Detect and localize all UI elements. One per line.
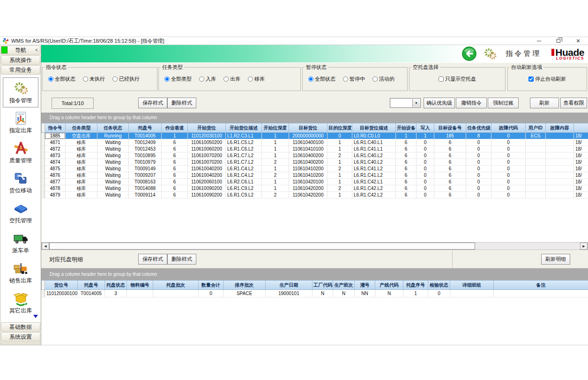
horizontal-scrollbar[interactable]: [41, 242, 588, 250]
table-row[interactable]: 4874移库WaitingT00109796110610070200L6.R1.…: [42, 159, 588, 166]
column-header[interactable]: 目标货位: [289, 123, 327, 133]
radio-input[interactable]: [48, 76, 53, 82]
sidebar-item-pallet[interactable]: 空托管理: [3, 198, 38, 228]
table-row[interactable]: 4871移库WaitingT00124096110610050200L6.R1.…: [42, 139, 588, 146]
filter-option[interactable]: 活动的: [372, 76, 394, 83]
column-header[interactable]: 灌号: [355, 281, 375, 290]
column-header[interactable]: 目标货位描述: [352, 123, 396, 133]
chevron-down-icon[interactable]: [412, 99, 420, 107]
scroll-right-icon[interactable]: [580, 243, 588, 250]
restore-icon[interactable]: [551, 38, 566, 45]
close-icon[interactable]: [571, 38, 585, 45]
filter-option[interactable]: 只显示空托盘: [439, 76, 476, 83]
column-header[interactable]: 作业巷道: [162, 123, 188, 133]
table-row[interactable]: 4872移库WaitingT00124536110610060200L6.R1.…: [42, 146, 588, 152]
refresh-button[interactable]: 刷新: [530, 98, 559, 108]
table-row[interactable]: 4876移库WaitingT00092076110610040200L6.R1.…: [42, 172, 588, 179]
column-header[interactable]: 托盘号: [129, 123, 162, 133]
column-header[interactable]: 生产日期: [266, 281, 313, 290]
detail-delete-style-button[interactable]: 删除样式: [167, 254, 196, 265]
filter-option[interactable]: 全部类型: [164, 76, 192, 83]
column-header[interactable]: 目的位深度: [327, 123, 352, 133]
priority-combobox[interactable]: [390, 98, 421, 108]
confirm-priority-button[interactable]: 确认优先级: [424, 98, 455, 108]
column-header[interactable]: 工厂代码: [313, 281, 333, 290]
force-post-button[interactable]: 强制过账: [488, 98, 519, 108]
column-header[interactable]: 开始位深度: [262, 123, 289, 133]
sidebar-item-location-move[interactable]: 货位移动: [3, 167, 38, 198]
detail-save-style-button[interactable]: 保存样式: [138, 254, 167, 265]
column-header[interactable]: 任务状态: [97, 123, 129, 133]
radio-input[interactable]: [248, 76, 253, 82]
checkbox-input[interactable]: [439, 76, 444, 82]
table-row[interactable]: 4875移库WaitingT00091496110610040200L6.R1.…: [42, 166, 588, 172]
filter-option[interactable]: 移库: [248, 76, 265, 83]
view-permission-button[interactable]: 查看权限: [560, 98, 587, 108]
column-header[interactable]: 生产班次: [333, 281, 355, 290]
scrollbar-thumb[interactable]: [49, 243, 475, 250]
column-header[interactable]: 详细班组: [450, 281, 494, 290]
filter-option[interactable]: 全部状态: [48, 76, 75, 83]
column-header[interactable]: 托盘状态: [105, 281, 127, 290]
sidebar-item-forklift[interactable]: 销售出库: [3, 258, 38, 288]
detail-group-by-hint-bar[interactable]: Drag a column header here to group by th…: [41, 268, 588, 280]
column-header[interactable]: 物料编号: [127, 281, 153, 290]
column-header[interactable]: 开始设备: [396, 123, 417, 133]
table-row[interactable]: 1885空盘出库RunningT00140051110120030100L1.R…: [42, 133, 588, 139]
table-row[interactable]: 4879移库WaitingT00091146110610090200L6.R1.…: [42, 192, 588, 198]
table-row[interactable]: 4878移库WaitingT00140886110610090200L6.R1.…: [42, 185, 588, 192]
column-header[interactable]: 托盘批次: [153, 281, 199, 290]
radio-input[interactable]: [308, 76, 313, 82]
group-by-hint-bar[interactable]: Drag a column header here to group by th…: [41, 113, 588, 123]
column-header[interactable]: 备注: [494, 281, 588, 290]
column-header[interactable]: 指令号: [45, 123, 66, 133]
scroll-left-icon[interactable]: [42, 243, 49, 250]
column-header[interactable]: 故障代码: [491, 123, 526, 133]
filter-option[interactable]: 未执行: [83, 76, 105, 83]
radio-input[interactable]: [164, 76, 170, 82]
table-row[interactable]: 4873移库WaitingT00108956110610070200L6.R1.…: [42, 152, 588, 159]
table-row[interactable]: 4877移库WaitingT00081636110620060100L6.R2.…: [42, 179, 588, 185]
column-header[interactable]: 排序批次: [223, 281, 266, 290]
filter-option[interactable]: 已经执行: [112, 76, 140, 83]
sidebar-item-report[interactable]: 指定出库: [3, 107, 38, 137]
column-header[interactable]: [574, 123, 588, 133]
column-header[interactable]: 故障内容: [546, 123, 574, 133]
collapse-icon[interactable]: <: [35, 46, 38, 54]
column-header[interactable]: 开始货位描述: [226, 123, 262, 133]
radio-input[interactable]: [199, 76, 204, 82]
refresh-detail-button[interactable]: 刷新明细: [541, 254, 570, 265]
radio-input[interactable]: [343, 76, 348, 82]
filter-option[interactable]: 入库: [199, 76, 216, 83]
minimize-icon[interactable]: [532, 38, 546, 45]
back-button[interactable]: [462, 46, 476, 61]
sidebar-item-outbound-box[interactable]: 其它出库: [3, 288, 38, 318]
column-header[interactable]: 货位号: [45, 281, 78, 290]
sidebar-section-common-business[interactable]: 常用业务: [1, 65, 40, 75]
sidebar-section-partial[interactable]: [1, 342, 40, 344]
column-header[interactable]: 写入: [417, 123, 434, 133]
column-header[interactable]: 托盘号: [78, 281, 105, 290]
cancel-command-button[interactable]: 撤销指令: [456, 98, 487, 108]
filter-option[interactable]: 全部状态: [308, 76, 335, 83]
radio-input[interactable]: [223, 76, 229, 82]
column-header[interactable]: 数量合计: [199, 281, 223, 290]
filter-option[interactable]: 停止自动刷新: [528, 76, 566, 83]
radio-input[interactable]: [83, 76, 88, 82]
column-header[interactable]: 产线代码: [375, 281, 403, 290]
delete-style-button[interactable]: 删除样式: [167, 98, 196, 108]
sidebar-item-gears[interactable]: 指令管理: [3, 77, 38, 107]
filter-option[interactable]: 出库: [223, 76, 240, 83]
more-items-icon[interactable]: [33, 315, 38, 320]
sidebar-section-base-data[interactable]: 基础数据: [1, 322, 40, 332]
column-header[interactable]: 用户ID: [526, 123, 546, 133]
save-style-button[interactable]: 保存样式: [138, 98, 167, 108]
table-row[interactable]: 110120030100T001400530SPACE19000101NNNNN…: [42, 290, 588, 297]
filter-option[interactable]: 暂停中: [343, 76, 365, 83]
column-header[interactable]: 检验状态: [428, 281, 450, 290]
column-header[interactable]: 开始货位: [188, 123, 226, 133]
sidebar-item-truck[interactable]: 派车单: [3, 228, 38, 258]
sidebar-section-system-settings[interactable]: 系统设置: [1, 332, 40, 342]
column-header[interactable]: 托盘序号: [403, 281, 428, 290]
sidebar-item-quality[interactable]: 质量管理: [3, 137, 38, 167]
